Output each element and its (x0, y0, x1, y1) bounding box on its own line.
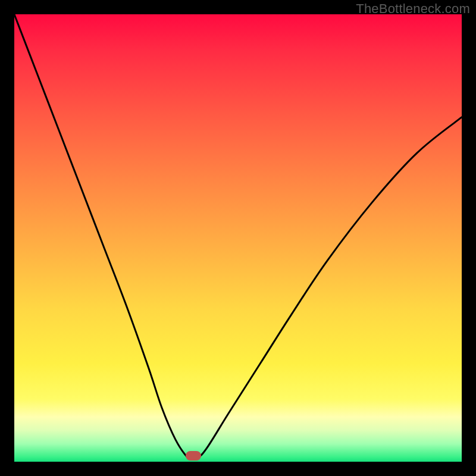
watermark-text: TheBottleneck.com (356, 1, 470, 17)
bottleneck-curve (14, 14, 462, 462)
optimal-marker (186, 451, 201, 461)
chart-area (14, 14, 462, 462)
